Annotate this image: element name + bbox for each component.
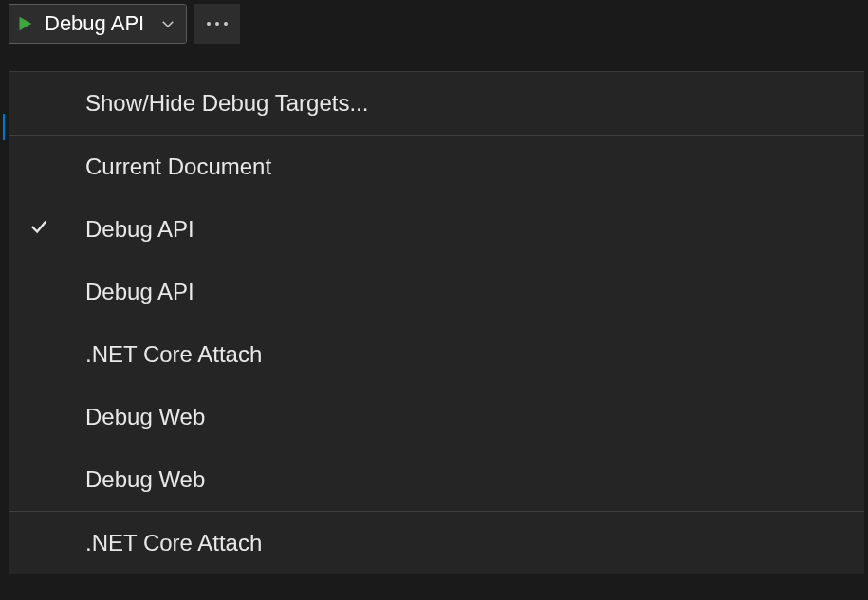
active-indicator (3, 114, 5, 140)
menu-icon-slot (28, 216, 85, 243)
play-icon (14, 13, 35, 34)
menu-item-label: .NET Core Attach (85, 341, 864, 368)
debug-targets-dropdown: Show/Hide Debug Targets... Current Docum… (9, 71, 864, 574)
debug-target-button[interactable]: Debug API (6, 4, 187, 44)
menu-item-label: Debug Web (85, 404, 864, 430)
menu-item-label: Show/Hide Debug Targets... (85, 90, 864, 117)
menu-item[interactable]: .NET Core Attach (9, 512, 864, 574)
menu-item[interactable]: Debug API (9, 198, 864, 261)
menu-item-label: Current Document (85, 154, 864, 180)
left-gutter (0, 0, 9, 600)
menu-item-label: .NET Core Attach (85, 530, 864, 556)
debug-target-label: Debug API (45, 11, 144, 36)
ellipsis-icon (224, 22, 228, 26)
menu-item-label: Debug API (85, 216, 864, 243)
menu-item-show-hide-targets[interactable]: Show/Hide Debug Targets... (9, 72, 864, 135)
menu-item[interactable]: .NET Core Attach (9, 323, 864, 386)
menu-item[interactable]: Debug API (9, 261, 864, 323)
menu-item[interactable]: Current Document (9, 136, 864, 198)
menu-item-label: Debug API (85, 279, 864, 305)
menu-item[interactable]: Debug Web (9, 386, 864, 448)
check-icon (28, 216, 49, 243)
ellipsis-icon (207, 22, 211, 26)
more-options-button[interactable] (194, 4, 240, 44)
menu-item[interactable]: Debug Web (9, 448, 864, 511)
chevron-down-icon (159, 15, 176, 32)
ellipsis-icon (215, 22, 219, 26)
menu-item-label: Debug Web (85, 466, 864, 493)
toolbar: Debug API (0, 0, 868, 47)
